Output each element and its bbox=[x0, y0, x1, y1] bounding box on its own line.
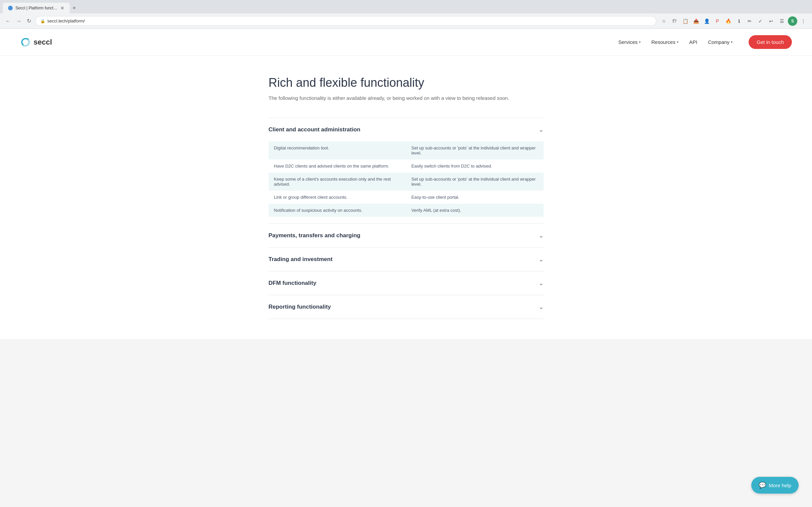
accordion-item-payments: Payments, transfers and charging ⌄ bbox=[269, 224, 544, 248]
active-tab[interactable]: Seccl | Platform functionality, ✕ bbox=[3, 3, 70, 13]
browser-tabs: Seccl | Platform functionality, ✕ + bbox=[0, 0, 812, 13]
get-in-touch-button[interactable]: Get in touch bbox=[749, 35, 792, 49]
accordion-item-trading: Trading and investment ⌄ bbox=[269, 248, 544, 271]
website: seccl Services ▾ Resources ▾ API Company… bbox=[0, 29, 812, 339]
accordion-title-client-admin: Client and account administration bbox=[269, 126, 361, 133]
reload-button[interactable]: ↻ bbox=[26, 16, 33, 25]
accordion-header-client-admin[interactable]: Client and account administration ⌄ bbox=[269, 118, 544, 142]
accordion-chevron-reporting: ⌄ bbox=[539, 303, 544, 311]
accordion-item-dfm: DFM functionality ⌄ bbox=[269, 271, 544, 295]
tab-title: Seccl | Platform functionality, bbox=[15, 6, 58, 10]
accordion-item-reporting: Reporting functionality ⌄ bbox=[269, 295, 544, 319]
accordion-item-client-admin: Client and account administration ⌄ Digi… bbox=[269, 118, 544, 224]
browser-toolbar: ← → ↻ 🔒 seccl.tech/platform/ ☆ f? 📋 📤 👤 … bbox=[0, 13, 812, 29]
ext-icon-6[interactable]: ℹ bbox=[734, 16, 744, 26]
profile-icon[interactable]: S bbox=[788, 16, 797, 26]
address-bar[interactable]: 🔒 seccl.tech/platform/ bbox=[35, 16, 656, 26]
forward-button[interactable]: → bbox=[15, 17, 23, 25]
accordion-content-client-admin: Digital recommendation tool. Set up sub-… bbox=[269, 142, 544, 224]
feature-cell: Notification of suspicious activity on a… bbox=[269, 204, 406, 217]
url-text: seccl.tech/platform/ bbox=[47, 18, 85, 23]
accordion-chevron-dfm: ⌄ bbox=[539, 279, 544, 287]
accordion-title-reporting: Reporting functionality bbox=[269, 303, 331, 310]
toolbar-icons: ☆ f? 📋 📤 👤 P 🔥 ℹ ✏ ✓ ↩ ☰ S ⋮ bbox=[659, 16, 808, 26]
ext-icon-7[interactable]: ✏ bbox=[745, 16, 754, 26]
feature-cell: Set up sub-accounts or 'pots' at the ind… bbox=[406, 142, 544, 160]
page-subtitle: The following functionality is either av… bbox=[269, 95, 544, 101]
ext-icon-5[interactable]: 🔥 bbox=[723, 16, 733, 26]
page-title: Rich and flexible functionality bbox=[269, 76, 544, 90]
menu-icon[interactable]: ⋮ bbox=[799, 16, 808, 26]
feature-cell: Easy-to-use client portal. bbox=[406, 191, 544, 204]
ext-icon-8[interactable]: ✓ bbox=[756, 16, 765, 26]
feature-cell: Have D2C clients and advised clients on … bbox=[269, 160, 406, 173]
nav-company[interactable]: Company ▾ bbox=[708, 39, 732, 45]
pinterest-icon[interactable]: P bbox=[713, 16, 722, 26]
lock-icon: 🔒 bbox=[40, 19, 45, 23]
ext-icon-2[interactable]: 📋 bbox=[680, 16, 690, 26]
ext-icon-10[interactable]: ☰ bbox=[777, 16, 786, 26]
resources-chevron-icon: ▾ bbox=[677, 40, 678, 44]
nav-api[interactable]: API bbox=[689, 39, 697, 45]
logo-icon bbox=[20, 37, 31, 48]
feature-cell: Verify AML (at extra cost). bbox=[406, 204, 544, 217]
feature-cell: Keep some of a client's accounts executi… bbox=[269, 173, 406, 191]
accordion-header-payments[interactable]: Payments, transfers and charging ⌄ bbox=[269, 224, 544, 247]
ext-icon-1[interactable]: f? bbox=[670, 16, 679, 26]
feature-cell: Link or group different client accounts. bbox=[269, 191, 406, 204]
back-button[interactable]: ← bbox=[4, 17, 12, 25]
tab-close-button[interactable]: ✕ bbox=[60, 5, 64, 11]
bookmark-icon[interactable]: ☆ bbox=[659, 16, 668, 26]
accordion-title-dfm: DFM functionality bbox=[269, 280, 317, 286]
ext-icon-3[interactable]: 📤 bbox=[691, 16, 701, 26]
navigation: seccl Services ▾ Resources ▾ API Company… bbox=[0, 29, 812, 56]
features-grid: Digital recommendation tool. Set up sub-… bbox=[269, 142, 544, 217]
accordion-header-trading[interactable]: Trading and investment ⌄ bbox=[269, 248, 544, 271]
nav-services[interactable]: Services ▾ bbox=[618, 39, 641, 45]
browser-frame: Seccl | Platform functionality, ✕ + ← → … bbox=[0, 0, 812, 29]
accordion-title-trading: Trading and investment bbox=[269, 256, 333, 263]
company-chevron-icon: ▾ bbox=[731, 40, 732, 44]
ext-icon-4[interactable]: 👤 bbox=[702, 16, 711, 26]
ext-icon-9[interactable]: ↩ bbox=[766, 16, 776, 26]
accordion: Client and account administration ⌄ Digi… bbox=[269, 118, 544, 319]
feature-cell: Set up sub-accounts or 'pots' at the ind… bbox=[406, 173, 544, 191]
tab-favicon bbox=[8, 6, 13, 10]
nav-links: Services ▾ Resources ▾ API Company ▾ Get… bbox=[618, 35, 792, 49]
feature-cell: Easily switch clients from D2C to advise… bbox=[406, 160, 544, 173]
nav-resources[interactable]: Resources ▾ bbox=[651, 39, 678, 45]
accordion-header-dfm[interactable]: DFM functionality ⌄ bbox=[269, 271, 544, 295]
logo-text: seccl bbox=[34, 38, 52, 47]
main-content: Rich and flexible functionality The foll… bbox=[255, 56, 557, 339]
new-tab-button[interactable]: + bbox=[70, 3, 79, 13]
logo[interactable]: seccl bbox=[20, 37, 52, 48]
accordion-chevron-payments: ⌄ bbox=[539, 232, 544, 239]
services-chevron-icon: ▾ bbox=[639, 40, 641, 44]
accordion-chevron-client-admin: ⌄ bbox=[539, 126, 544, 133]
accordion-header-reporting[interactable]: Reporting functionality ⌄ bbox=[269, 295, 544, 319]
accordion-chevron-trading: ⌄ bbox=[539, 256, 544, 263]
feature-cell: Digital recommendation tool. bbox=[269, 142, 406, 160]
accordion-title-payments: Payments, transfers and charging bbox=[269, 232, 361, 239]
